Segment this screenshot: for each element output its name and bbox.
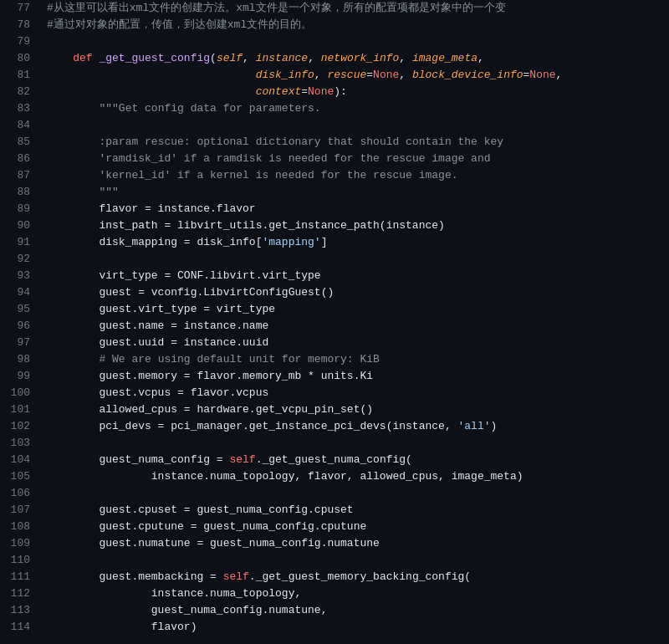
line-number: 108 <box>7 519 30 535</box>
code-token: instance.numa_topology, flavor, allowed_… <box>47 470 523 483</box>
line-number: 111 <box>7 569 30 585</box>
line-number: 92 <box>7 251 30 268</box>
code-line: disk_mapping = disk_info['mapping'] <box>47 234 662 251</box>
line-number: 89 <box>7 201 30 217</box>
code-line <box>47 485 662 502</box>
code-token: guest.memory = flavor.memory_mb * units.… <box>47 370 373 382</box>
code-token: _get_guest_config <box>99 52 210 64</box>
code-line: context=None): <box>47 84 662 100</box>
code-token <box>47 135 99 148</box>
code-token: , <box>477 52 484 64</box>
code-line: flavor) <box>47 619 662 636</box>
code-line: guest.membacking = self._get_guest_memor… <box>47 569 662 585</box>
code-token: """Get config data for parameters. <box>99 102 320 115</box>
code-token: image_meta <box>412 52 477 64</box>
code-token: block_device_info <box>412 69 523 81</box>
code-token: pci_devs = pci_manager.get_instance_pci_… <box>47 420 457 432</box>
code-token: guest.cpuset = guest_numa_config.cpuset <box>47 503 354 516</box>
code-token: , <box>556 69 563 81</box>
line-number: 97 <box>7 335 30 351</box>
code-token: guest.virt_type = virt_type <box>47 303 275 315</box>
code-token: guest.uuid = instance.uuid <box>47 336 268 349</box>
code-token: rescue <box>327 69 366 81</box>
code-line: 'ramdisk_id' if a ramdisk is needed for … <box>47 151 662 167</box>
code-line: instance.numa_topology, flavor, allowed_… <box>47 468 662 485</box>
code-line <box>47 251 662 268</box>
code-token: None <box>529 69 555 81</box>
code-token: #从这里可以看出xml文件的创建方法。xml文件是一个对象，所有的配置项都是对象… <box>47 2 506 14</box>
code-line: #从这里可以看出xml文件的创建方法。xml文件是一个对象，所有的配置项都是对象… <box>47 0 662 17</box>
code-token: flavor = instance.flavor <box>47 202 256 215</box>
code-token: def <box>73 52 92 64</box>
code-token: instance <box>256 52 308 64</box>
code-token: :param rescue: optional dictionary that … <box>99 135 503 148</box>
line-number: 96 <box>7 318 30 335</box>
code-line <box>47 33 662 50</box>
code-line: guest.numatune = guest_numa_config.numat… <box>47 535 662 552</box>
line-number: 101 <box>7 401 30 418</box>
code-token: ] <box>321 236 328 248</box>
code-token: flavor) <box>47 621 197 633</box>
code-line: guest.vcpus = flavor.vcpus <box>47 385 662 401</box>
code-token: , <box>308 52 321 64</box>
code-token <box>47 169 99 181</box>
line-number: 106 <box>7 485 30 502</box>
code-token: self <box>217 52 243 64</box>
line-number: 99 <box>7 368 30 385</box>
line-number: 112 <box>7 585 30 602</box>
code-line: #通过对对象的配置，传值，到达创建xml文件的目的。 <box>47 17 662 33</box>
code-line: """Get config data for parameters. <box>47 100 662 117</box>
code-content[interactable]: #从这里可以看出xml文件的创建方法。xml文件是一个对象，所有的配置项都是对象… <box>40 0 669 644</box>
line-number: 95 <box>7 301 30 318</box>
code-line <box>47 435 662 452</box>
line-number: 109 <box>7 535 30 552</box>
line-number-gutter: 7778798081828384858687888990919293949596… <box>0 0 40 644</box>
code-token: = <box>366 69 373 81</box>
code-line: guest.uuid = instance.uuid <box>47 335 662 351</box>
code-line: guest = vconfig.LibvirtConfigGuest() <box>47 284 662 301</box>
code-token: ( <box>210 52 217 64</box>
code-token: None <box>373 69 399 81</box>
line-number: 82 <box>7 84 30 100</box>
code-token: 'kernel_id' if a kernel is needed for th… <box>99 169 457 181</box>
line-number: 79 <box>7 33 30 50</box>
code-token: None <box>308 85 334 98</box>
code-token <box>47 102 99 115</box>
code-token: inst_path = libvirt_utils.get_instance_p… <box>47 219 445 232</box>
code-editor: 7778798081828384858687888990919293949596… <box>0 0 669 644</box>
code-token: disk_info <box>256 69 314 81</box>
code-token <box>47 69 256 81</box>
line-number: 110 <box>7 552 30 569</box>
code-line: :param rescue: optional dictionary that … <box>47 134 662 151</box>
code-token: guest.numatune = guest_numa_config.numat… <box>47 537 380 549</box>
line-number: 105 <box>7 468 30 485</box>
code-token: guest = vconfig.LibvirtConfigGuest() <box>47 286 334 299</box>
code-line: guest.name = instance.name <box>47 318 662 335</box>
line-number: 78 <box>7 17 30 33</box>
line-number: 84 <box>7 117 30 134</box>
code-line: instance.numa_topology, <box>47 585 662 602</box>
code-token: , <box>399 69 412 81</box>
line-number: 98 <box>7 351 30 368</box>
code-line: flavor = instance.flavor <box>47 201 662 217</box>
code-token: guest.vcpus = flavor.vcpus <box>47 386 268 399</box>
code-line: guest.memory = flavor.memory_mb * units.… <box>47 368 662 385</box>
code-token <box>47 353 99 365</box>
line-number: 85 <box>7 134 30 151</box>
line-number: 81 <box>7 67 30 84</box>
code-line: guest_numa_config.numatune, <box>47 602 662 619</box>
code-line <box>47 117 662 134</box>
code-token <box>47 152 99 165</box>
line-number: 100 <box>7 385 30 401</box>
line-number: 94 <box>7 284 30 301</box>
line-number: 93 <box>7 268 30 284</box>
code-token: ) <box>491 420 498 432</box>
line-number: 113 <box>7 602 30 619</box>
line-number: 80 <box>7 50 30 67</box>
code-line: virt_type = CONF.libvirt.virt_type <box>47 268 662 284</box>
code-token: ._get_guest_memory_backing_config( <box>249 570 471 583</box>
code-line: pci_devs = pci_manager.get_instance_pci_… <box>47 418 662 435</box>
code-line: guest.cputune = guest_numa_config.cputun… <box>47 519 662 535</box>
code-line: inst_path = libvirt_utils.get_instance_p… <box>47 217 662 234</box>
code-line: def _get_guest_config(self, instance, ne… <box>47 50 662 67</box>
